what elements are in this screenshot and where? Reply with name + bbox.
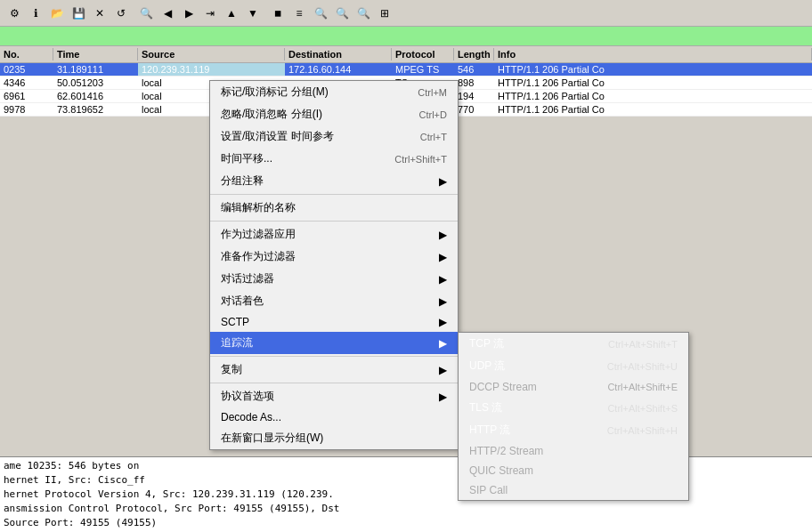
filter-apply-icon[interactable]: ◼ — [268, 4, 288, 23]
menu-shortcut: Ctrl+M — [418, 87, 447, 98]
col-header-no: No. — [0, 48, 53, 60]
menu-item-sctp[interactable]: SCTP ▶ — [210, 312, 458, 332]
submenu-item-label: UDP 流 — [469, 359, 505, 374]
refresh-icon[interactable]: ↺ — [111, 4, 131, 23]
arrow-icon: ▶ — [439, 251, 447, 263]
filter-input[interactable] — [4, 28, 808, 44]
menu-item-label: 对话着色 — [221, 294, 264, 309]
pkt-len: 546 — [454, 63, 494, 76]
menu-separator-1 — [210, 194, 458, 195]
menu-item-label: 协议首选项 — [221, 389, 274, 404]
submenu-item-udp-stream[interactable]: UDP 流 Ctrl+Alt+Shift+U — [459, 355, 688, 377]
menu-item-decode-as[interactable]: Decode As... — [210, 407, 458, 427]
arrow-icon: ▶ — [439, 364, 447, 376]
arrow-icon: ▶ — [439, 391, 447, 403]
menu-shortcut: Ctrl+D — [419, 109, 447, 120]
menu-item-copy[interactable]: 复制 ▶ — [210, 359, 458, 381]
context-menu: 标记/取消标记 分组(M) Ctrl+M 忽略/取消忽略 分组(I) Ctrl+… — [209, 80, 459, 450]
menu-shortcut: Ctrl+Shift+T — [394, 154, 447, 165]
submenu-item-http-stream[interactable]: HTTP 流 Ctrl+Alt+Shift+H — [459, 419, 688, 441]
menu-item-label: 追踪流 — [221, 335, 253, 351]
menu-item-label: Decode As... — [221, 411, 281, 423]
arrow-icon: ▶ — [439, 175, 447, 188]
submenu-item-label: DCCP Stream — [469, 381, 537, 393]
col-header-info: Info — [494, 48, 812, 60]
menu-item-ignore[interactable]: 忽略/取消忽略 分组(I) Ctrl+D — [210, 103, 458, 125]
misc-icon[interactable]: ⊞ — [375, 4, 394, 23]
submenu-item-quic-stream[interactable]: QUIC Stream — [459, 461, 688, 480]
menu-item-prepare-filter[interactable]: 准备作为过滤器 ▶ — [210, 246, 458, 268]
pkt-info: HTTP/1.1 206 Partial Co — [494, 77, 812, 89]
pkt-no: 6961 — [0, 90, 53, 102]
col-header-time: Time — [53, 48, 138, 60]
arrow-icon: ▶ — [439, 295, 447, 308]
submenu-item-dccp-stream[interactable]: DCCP Stream Ctrl+Alt+Shift+E — [459, 377, 688, 397]
pkt-dst: 172.16.60.144 — [285, 63, 392, 76]
pkt-proto: MPEG TS — [392, 63, 454, 76]
menu-item-pkt-comment[interactable]: 分组注释 ▶ — [210, 170, 458, 192]
toolbar: ⚙ ℹ 📂 💾 ✕ ↺ 🔍 ◀ ▶ ⇥ ▲ ▼ ◼ ≡ 🔍 🔍 🔍 ⊞ — [0, 0, 812, 27]
pkt-time: 50.051203 — [53, 77, 138, 89]
up-icon[interactable]: ▲ — [222, 4, 241, 23]
pkt-time: 73.819652 — [53, 103, 138, 116]
arrow-icon: ▶ — [439, 316, 447, 328]
forward-icon[interactable]: ▶ — [179, 4, 199, 23]
filter-text-icon[interactable]: ≡ — [289, 4, 309, 23]
menu-item-time-shift[interactable]: 时间平移... Ctrl+Shift+T — [210, 148, 458, 170]
packet-list-header: No. Time Source Destination Protocol Len… — [0, 46, 812, 63]
menu-item-label: 时间平移... — [221, 151, 272, 166]
menu-separator-3 — [210, 356, 458, 357]
arrow-icon: ▶ — [439, 337, 447, 350]
save-icon[interactable]: 💾 — [69, 4, 88, 23]
pkt-len: 898 — [454, 77, 494, 89]
arrow-icon: ▶ — [439, 229, 447, 241]
submenu-shortcut: Ctrl+Alt+Shift+H — [607, 425, 678, 436]
menu-item-set-time[interactable]: 设置/取消设置 时间参考 Ctrl+T — [210, 125, 458, 148]
down-icon[interactable]: ▼ — [243, 4, 263, 23]
back-icon[interactable]: ◀ — [158, 4, 177, 23]
menu-item-label: 编辑解析的名称 — [221, 200, 296, 215]
goto-icon[interactable]: ⇥ — [200, 4, 220, 23]
menu-item-label: 作为过滤器应用 — [221, 227, 296, 242]
submenu-item-sip-call[interactable]: SIP Call — [459, 480, 688, 500]
info-icon[interactable]: ℹ — [26, 4, 45, 23]
close-icon[interactable]: ✕ — [90, 4, 110, 23]
search-icon[interactable]: 🔍 — [136, 4, 156, 23]
col-header-length: Length — [454, 48, 494, 60]
menu-item-apply-filter[interactable]: 作为过滤器应用 ▶ — [210, 223, 458, 246]
detail-line-4: ansmission Control Protocol, Src Port: 4… — [4, 502, 808, 516]
menu-separator-2 — [210, 221, 458, 222]
zoom-fit-icon[interactable]: 🔍 — [353, 4, 373, 23]
submenu-item-tcp-stream[interactable]: TCP 流 Ctrl+Alt+Shift+T — [459, 333, 688, 355]
submenu-item-label: TCP 流 — [469, 336, 504, 351]
col-header-destination: Destination — [285, 48, 392, 60]
menu-item-show-in-window[interactable]: 在新窗口显示分组(W) — [210, 427, 458, 449]
menu-item-edit-resolve[interactable]: 编辑解析的名称 — [210, 197, 458, 219]
zoom-out-icon[interactable]: 🔍 — [332, 4, 352, 23]
pkt-source: 120.239.31.119 — [138, 63, 285, 76]
menu-item-colorize[interactable]: 对话着色 ▶ — [210, 290, 458, 312]
open-icon[interactable]: 📂 — [47, 4, 67, 23]
detail-area: ame 10235: 546 bytes on hernet II, Src: … — [0, 456, 812, 532]
menu-item-label: 设置/取消设置 时间参考 — [221, 129, 334, 144]
submenu-item-label: QUIC Stream — [469, 464, 533, 477]
table-row[interactable]: 0235 31.189111 120.239.31.119 172.16.60.… — [0, 63, 812, 77]
pkt-no: 9978 — [0, 103, 53, 116]
submenu-shortcut: Ctrl+Alt+Shift+T — [608, 339, 678, 350]
menu-shortcut: Ctrl+T — [420, 132, 447, 142]
menu-item-proto-prefs[interactable]: 协议首选项 ▶ — [210, 385, 458, 407]
menu-item-label: 准备作为过滤器 — [221, 249, 296, 264]
menu-item-conversation-filter[interactable]: 对话过滤器 ▶ — [210, 268, 458, 290]
submenu-item-label: TLS 流 — [469, 400, 502, 415]
submenu-shortcut: Ctrl+Alt+Shift+U — [607, 361, 678, 372]
menu-item-mark-unmark[interactable]: 标记/取消标记 分组(M) Ctrl+M — [210, 81, 458, 103]
submenu-item-label: HTTP 流 — [469, 423, 510, 438]
gear-icon[interactable]: ⚙ — [4, 4, 24, 23]
menu-item-follow-stream[interactable]: 追踪流 ▶ TCP 流 Ctrl+Alt+Shift+T UDP 流 Ctrl+… — [210, 332, 458, 354]
zoom-in-icon[interactable]: 🔍 — [311, 4, 330, 23]
menu-separator-4 — [210, 383, 458, 383]
submenu-item-http2-stream[interactable]: HTTP/2 Stream — [459, 441, 688, 461]
col-header-source: Source — [138, 48, 285, 60]
pkt-time: 62.601416 — [53, 90, 138, 102]
submenu-item-tls-stream[interactable]: TLS 流 Ctrl+Alt+Shift+S — [459, 397, 688, 419]
